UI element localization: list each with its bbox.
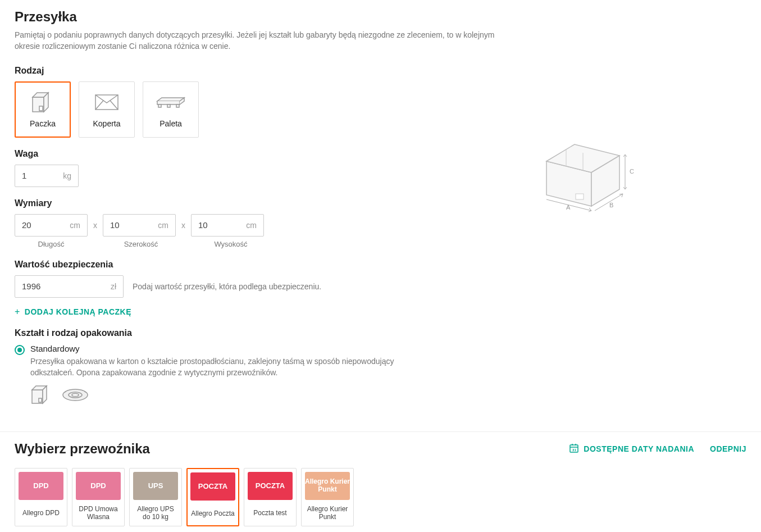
svg-rect-2 <box>158 104 161 107</box>
carrier-dpd-label: Allegro DPD <box>22 504 60 521</box>
radio-standardowy-desc: Przesyłka opakowana w karton o kształcie… <box>30 356 408 379</box>
radio-standardowy[interactable] <box>15 345 25 355</box>
carrier-poczta-label: Allegro Poczta <box>191 505 234 522</box>
ubez-value[interactable] <box>22 281 106 291</box>
add-package-label: DODAJ KOLEJNĄ PACZKĘ <box>25 307 131 316</box>
shape-box-icon <box>30 385 53 407</box>
svg-rect-5 <box>39 398 42 402</box>
diagram-label-b: B <box>609 202 613 208</box>
ubez-input[interactable]: zł <box>15 275 124 298</box>
type-paczka-label: Paczka <box>30 119 56 128</box>
dim-width-input[interactable]: cm <box>103 214 176 237</box>
dim-length-value[interactable] <box>22 220 65 230</box>
carrier-poczta-test-label: Poczta test <box>253 504 286 521</box>
carrier-poczta-test-logo: POCZTA <box>248 472 293 500</box>
type-paleta[interactable]: Paleta <box>143 81 199 138</box>
dim-length-unit: cm <box>70 221 80 230</box>
dim-sub-width: Szerokość <box>104 240 177 248</box>
dim-sub-height: Wysokość <box>194 240 267 248</box>
svg-rect-4 <box>176 104 179 107</box>
plus-icon: + <box>15 307 20 317</box>
carrier-dates-label: DOSTĘPNE DATY NADANIA <box>584 444 694 453</box>
svg-point-8 <box>72 394 79 397</box>
svg-text:31: 31 <box>572 448 577 452</box>
carrier-ups-logo: UPS <box>133 472 178 500</box>
carrier-dpd-umowa[interactable]: DPD DPD Umowa Wlasna <box>72 468 125 526</box>
carrier-title: Wybierz przewoźnika <box>15 441 150 457</box>
carrier-dpd-logo: DPD <box>19 472 63 500</box>
ubez-label: Wartość ubezpieczenia <box>15 260 408 270</box>
dim-length-input[interactable]: cm <box>15 214 88 237</box>
carrier-poczta[interactable]: POCZTA Allegro Poczta <box>186 468 239 526</box>
shipment-title: Przesyłka <box>15 9 746 25</box>
radio-standardowy-title: Standardowy <box>30 344 408 353</box>
dim-width-unit: cm <box>158 221 168 230</box>
carrier-unpin-link[interactable]: ODEPNIJ <box>710 444 746 453</box>
envelope-icon <box>94 91 119 113</box>
ubez-unit: zł <box>111 282 116 291</box>
dim-sub-length: Długość <box>15 240 88 248</box>
carrier-dates-link[interactable]: 31 DOSTĘPNE DATY NADANIA <box>569 443 694 455</box>
carrier-poczta-logo: POCZTA <box>190 472 235 501</box>
svg-rect-3 <box>167 104 170 107</box>
carrier-unpin-label: ODEPNIJ <box>710 444 746 453</box>
carrier-allegro-punkt-logo: Allegro Kurier Punkt <box>305 472 350 500</box>
waga-unit: kg <box>63 171 71 180</box>
diagram-label-a: A <box>566 204 571 211</box>
type-paczka[interactable]: Paczka <box>15 81 71 138</box>
carrier-dpd-umowa-logo: DPD <box>76 472 121 500</box>
shape-tire-icon <box>62 387 89 404</box>
svg-rect-0 <box>39 106 43 111</box>
dim-height-unit: cm <box>246 221 257 230</box>
carrier-allegro-punkt[interactable]: Allegro Kurier Punkt Allegro Kurier Punk… <box>301 468 354 526</box>
svg-rect-15 <box>576 194 584 199</box>
box-icon <box>30 91 55 113</box>
ksztalt-label: Kształt i rodzaj opakowania <box>15 328 408 338</box>
dim-height-input[interactable]: cm <box>191 214 264 237</box>
box-diagram: A B C <box>535 133 642 219</box>
pallet-icon <box>155 91 186 113</box>
waga-value[interactable] <box>22 171 58 180</box>
wymiary-label: Wymiary <box>15 198 408 208</box>
shipment-desc: Pamiętaj o podaniu poprawnych danych dot… <box>15 29 498 52</box>
type-paleta-label: Paleta <box>160 119 182 128</box>
dim-width-value[interactable] <box>110 220 153 230</box>
dim-sep-1: x <box>93 221 97 230</box>
waga-input[interactable]: kg <box>15 165 79 187</box>
add-package-button[interactable]: + DODAJ KOLEJNĄ PACZKĘ <box>15 307 408 317</box>
carrier-allegro-punkt-label: Allegro Kurier Punkt <box>305 504 350 521</box>
type-koperta-label: Koperta <box>93 119 120 128</box>
type-label: Rodzaj <box>15 66 408 76</box>
diagram-label-c: C <box>630 168 634 175</box>
carrier-dpd[interactable]: DPD Allegro DPD <box>15 468 67 526</box>
waga-label: Waga <box>15 149 408 159</box>
carrier-ups-label: Allegro UPS do 10 kg <box>133 504 178 521</box>
carrier-ups[interactable]: UPS Allegro UPS do 10 kg <box>129 468 182 526</box>
dim-height-value[interactable] <box>198 220 241 230</box>
carrier-poczta-test[interactable]: POCZTA Poczta test <box>244 468 297 526</box>
ubez-hint: Podaj wartość przesyłki, która podlega u… <box>133 282 321 291</box>
carrier-dpd-umowa-label: DPD Umowa Wlasna <box>76 504 121 521</box>
dim-sep-2: x <box>181 221 185 230</box>
type-koperta[interactable]: Koperta <box>79 81 135 138</box>
calendar-icon: 31 <box>569 443 579 455</box>
